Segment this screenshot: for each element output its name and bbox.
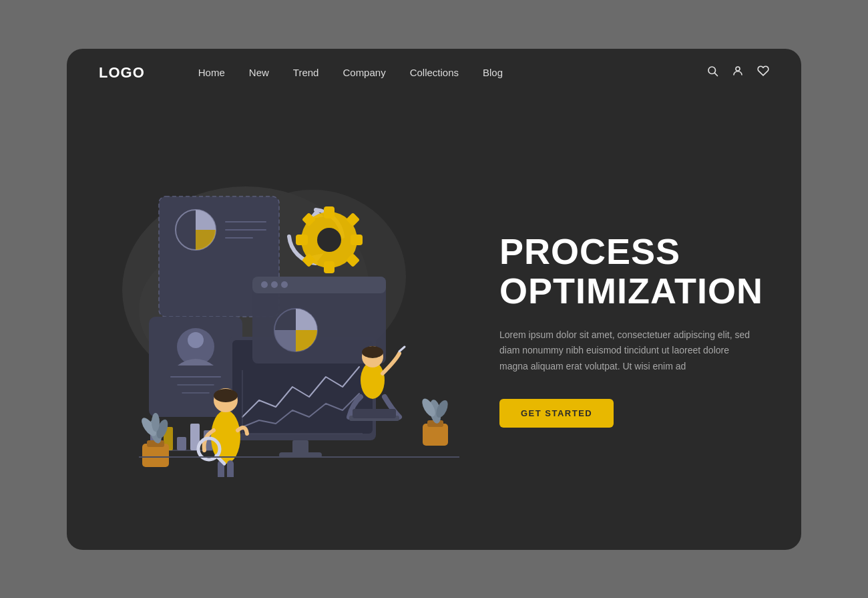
hero-title: PROCESS OPTIMIZATION [499,232,769,311]
svg-point-33 [281,281,288,288]
svg-point-38 [317,228,341,252]
nav-company[interactable]: Company [343,67,385,78]
user-icon[interactable] [732,65,744,80]
nav-trend[interactable]: Trend [293,67,319,78]
svg-point-2 [736,67,740,71]
svg-point-32 [271,281,278,288]
svg-line-1 [714,73,717,76]
svg-rect-59 [353,409,396,418]
svg-point-65 [152,413,160,432]
svg-rect-39 [324,206,335,218]
illustration [99,156,473,477]
nav-home[interactable]: Home [198,67,225,78]
nav-blog[interactable]: Blog [483,67,503,78]
main-card: LOGO Home New Trend Company Collections … [67,49,801,550]
svg-point-56 [362,346,383,358]
svg-point-31 [261,281,268,288]
search-icon[interactable] [706,65,718,80]
heart-icon[interactable] [757,65,769,80]
logo: LOGO [99,64,145,82]
svg-rect-40 [324,261,335,273]
svg-point-49 [214,389,238,402]
hero-description: Lorem ipsum dolor sit amet, consectetuer… [499,327,753,375]
navbar: LOGO Home New Trend Company Collections … [67,49,801,97]
svg-rect-42 [351,235,363,245]
svg-rect-41 [296,235,308,245]
nav-collections[interactable]: Collections [410,67,459,78]
svg-rect-25 [292,440,308,454]
main-content: PROCESS OPTIMIZATION Lorem ipsum dolor s… [67,97,801,550]
svg-rect-60 [142,444,169,467]
nav-new[interactable]: New [249,67,269,78]
svg-line-57 [399,347,405,351]
cta-button[interactable]: GET STARTED [499,399,614,428]
nav-icon-group [706,65,769,80]
svg-rect-51 [227,460,234,477]
illustration-area [99,110,473,523]
svg-point-13 [188,332,204,348]
nav-links: Home New Trend Company Collections Blog [198,67,706,78]
svg-rect-20 [177,437,186,450]
text-area: PROCESS OPTIMIZATION Lorem ipsum dolor s… [499,110,769,523]
